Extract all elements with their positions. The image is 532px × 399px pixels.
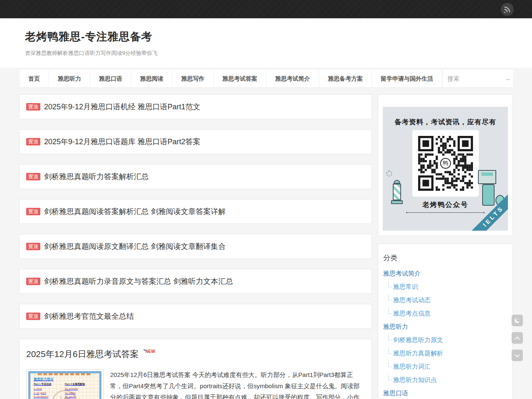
- category-link[interactable]: 雅思考试简介: [383, 270, 421, 277]
- pinned-post-link[interactable]: 剑桥雅思真题阅读答案解析汇总 剑雅阅读文章答案详解: [44, 207, 226, 217]
- categories-widget: 分类 雅思考试简介 雅思常识 雅思考试动态 雅思考点信息 雅思听力 剑桥雅思听力…: [378, 244, 513, 399]
- category-item: 雅思考试简介: [383, 269, 507, 277]
- categories-list: 雅思考试简介 雅思常识 雅思考试动态 雅思考点信息 雅思听力 剑桥雅思听力原文 …: [383, 269, 507, 397]
- tree-connector-icon: [388, 374, 392, 380]
- answer-item: 3. Donaldson: [34, 395, 65, 398]
- category-link[interactable]: 雅思常识: [393, 283, 418, 290]
- category-link[interactable]: 雅思考点信息: [393, 310, 431, 317]
- pinned-post: 置顶 2025年9-12月雅思口语机经 雅思口语Part1范文: [19, 94, 372, 119]
- main-nav: 首页 雅思听力 雅思口语 雅思阅读 雅思写作 雅思考试答案 雅思考试简介 雅思备…: [19, 70, 513, 88]
- nav-item-study-abroad[interactable]: 留学申请与国外生活: [372, 70, 442, 87]
- qr-code: 鸭: [412, 130, 479, 197]
- tree-connector-icon: [388, 294, 392, 300]
- answer-item: 1. June: [34, 387, 65, 390]
- nav-item-speaking[interactable]: 雅思口语: [90, 70, 131, 87]
- qr-widget: 备考资料，考试资讯，应有尽有 鸭 老烤鸭公众号: [378, 94, 513, 236]
- new-badge-quote-icon: 〝: [141, 349, 145, 354]
- pinned-badge: 置顶: [26, 208, 40, 215]
- pinned-post: 置顶 剑桥雅思真题听力答案解析汇总: [19, 164, 372, 189]
- pinned-post-link[interactable]: 剑桥雅思真题听力答案解析汇总: [44, 172, 149, 182]
- thumbnail-clipped-header: [38, 373, 92, 375]
- nav-item-prep-plan[interactable]: 雅思备考方案: [319, 70, 372, 87]
- nav-item-exam-answers[interactable]: 雅思考试答案: [213, 70, 266, 87]
- pinned-post-link[interactable]: 2025年9-12月雅思口语题库 雅思口语Part2答案: [44, 137, 200, 147]
- answer-item: 32. castle: [65, 392, 96, 394]
- category-link[interactable]: 雅思听力知识点: [393, 376, 437, 383]
- pinned-post-link[interactable]: 剑桥雅思真题听力录音原文与答案汇总 剑雅听力文本汇总: [44, 276, 233, 286]
- categories-heading: 分类: [383, 253, 507, 263]
- lighthouse-illustration: [391, 180, 403, 206]
- wechat-qr-image: 备考资料，考试资讯，应有尽有 鸭 老烤鸭公众号: [383, 107, 508, 231]
- search-submit-button[interactable]: →: [505, 70, 510, 87]
- top-bar: [0, 0, 532, 18]
- category-item: 雅思常识: [383, 283, 507, 291]
- pinned-post: 置顶 剑桥雅思考官范文最全总结: [19, 304, 372, 329]
- pinned-post: 置顶 剑桥雅思真题听力录音原文与答案汇总 剑雅听力文本汇总: [19, 269, 372, 294]
- category-item: 雅思考点信息: [383, 309, 507, 317]
- category-item: 雅思听力真题解析: [383, 349, 507, 357]
- site-subtitle: 资深雅思教师解析雅思口语听力写作阅读9分经验带你飞: [25, 49, 507, 57]
- chevron-up-icon: [513, 334, 521, 342]
- pinned-badge: 置顶: [26, 243, 40, 250]
- category-item: 雅思听力知识点: [383, 376, 507, 384]
- pinned-post: 置顶 剑桥雅思真题阅读原文翻译汇总 剑雅阅读文章翻译集合: [19, 234, 372, 259]
- answer-item: 31. portraits: [65, 387, 96, 390]
- category-link[interactable]: 雅思口语: [383, 389, 408, 397]
- article-card: 2025年12月6日雅思考试答案 〝NEW 雅思听力部分 Part 1 节目活动…: [19, 339, 372, 399]
- pinned-post: 置顶 剑桥雅思真题阅读答案解析汇总 剑雅阅读文章答案详解: [19, 199, 372, 224]
- article-excerpt: 2025年12月6日雅思考试答案 今天的考试难度有些大。听力部分，从Part1到…: [110, 369, 365, 399]
- answer-item: 33. family: [65, 395, 96, 398]
- category-link[interactable]: 雅思听力真题解析: [393, 350, 443, 357]
- bottle-illustration: [482, 184, 495, 206]
- category-link[interactable]: 雅思听力词汇: [393, 363, 431, 370]
- nav-item-writing[interactable]: 雅思写作: [172, 70, 213, 87]
- category-item: 雅思听力词汇: [383, 362, 507, 370]
- nav-item-listening[interactable]: 雅思听力: [49, 70, 90, 87]
- tree-connector-icon: [388, 281, 392, 287]
- listening-answers-thumbnail: 雅思听力部分 Part 1 节目活动 1. June 2. 12 years 3…: [28, 371, 101, 399]
- thumbnail-col1-header: Part 1 节目活动: [34, 382, 65, 386]
- scroll-to-bottom-button[interactable]: [512, 350, 523, 361]
- category-link[interactable]: 雅思考试动态: [393, 296, 431, 303]
- chevron-down-icon: [513, 352, 521, 360]
- nav-item-home[interactable]: 首页: [19, 70, 49, 87]
- nav-item-reading[interactable]: 雅思阅读: [131, 70, 172, 87]
- pinned-badge: 置顶: [26, 138, 40, 145]
- site-header: 老烤鸭雅思-专注雅思备考 资深雅思教师解析雅思口语听力写作阅读9分经验带你飞: [0, 18, 532, 68]
- pinned-badge: 置顶: [26, 103, 40, 111]
- pinned-post-link[interactable]: 剑桥雅思真题阅读原文翻译汇总 剑雅阅读文章翻译集合: [44, 241, 226, 251]
- search-box: →: [442, 70, 513, 87]
- night-mode-button[interactable]: [512, 315, 523, 326]
- site-title: 老烤鸭雅思-专注雅思备考: [25, 30, 507, 44]
- category-item: 雅思考试动态: [383, 296, 507, 304]
- qr-center-logo: 鸭: [438, 156, 453, 170]
- pinned-post-link[interactable]: 2025年9-12月雅思口语机经 雅思口语Part1范文: [44, 102, 200, 112]
- thumbnail-col2-header: Part 4 肖像画影响: [65, 382, 96, 386]
- tree-connector-icon: [388, 347, 392, 354]
- building-illustration: [478, 170, 496, 184]
- category-link[interactable]: 剑桥雅思听力原文: [393, 336, 443, 343]
- pinned-badge: 置顶: [26, 173, 40, 180]
- gear-icon: [386, 170, 392, 177]
- pinned-post: 置顶 2025年9-12月雅思口语题库 雅思口语Part2答案: [19, 129, 372, 154]
- nav-item-exam-intro[interactable]: 雅思考试简介: [266, 70, 319, 87]
- category-item: 雅思听力: [383, 323, 507, 330]
- search-input[interactable]: [443, 70, 513, 87]
- tree-connector-icon: [388, 308, 392, 314]
- article-title-link[interactable]: 2025年12月6日雅思考试答案: [26, 348, 139, 360]
- new-badge: 〝NEW: [141, 348, 155, 355]
- rss-button[interactable]: [501, 3, 514, 16]
- answer-item: 2. 12 years: [34, 392, 65, 394]
- scroll-to-top-button[interactable]: [512, 332, 523, 344]
- sidebar: 备考资料，考试资讯，应有尽有 鸭 老烤鸭公众号: [378, 94, 513, 399]
- category-item: 剑桥雅思听力原文: [383, 336, 507, 344]
- pinned-post-link[interactable]: 剑桥雅思考官范文最全总结: [44, 311, 134, 321]
- qr-top-text: 备考资料，考试资讯，应有尽有: [383, 118, 508, 127]
- article-thumbnail[interactable]: 雅思听力部分 Part 1 节目活动 1. June 2. 12 years 3…: [26, 369, 103, 399]
- category-link[interactable]: 雅思听力: [383, 323, 408, 330]
- thumbnail-section-title: 雅思听力部分: [34, 377, 99, 382]
- pinned-badge: 置顶: [26, 278, 40, 285]
- tree-connector-icon: [388, 334, 392, 340]
- pinned-badge: 置顶: [26, 313, 40, 320]
- rss-icon: [504, 6, 511, 13]
